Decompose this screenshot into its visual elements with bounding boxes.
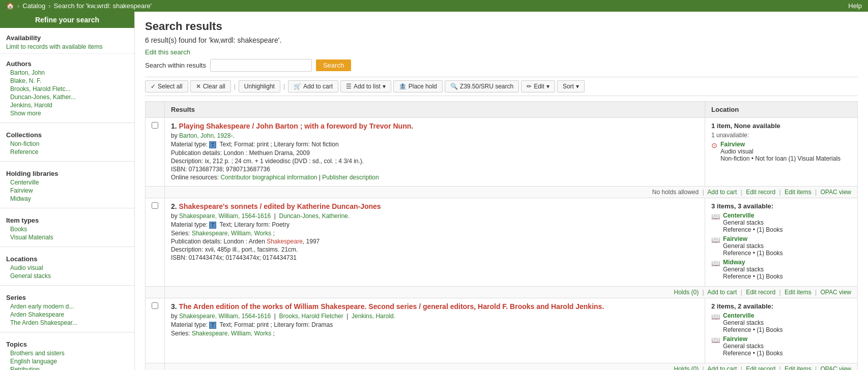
search-within-label: Search within results <box>145 61 206 69</box>
row-checkbox-3[interactable] <box>152 302 158 309</box>
series-the-arden[interactable]: The Arden Shakespear... <box>6 319 128 327</box>
col-location: Location <box>705 102 858 118</box>
search-within-input[interactable] <box>210 59 312 72</box>
series-link-3[interactable]: Shakespeare, William, Works <box>192 330 272 337</box>
author-link-3a[interactable]: Shakespeare, William, 1564-1616 <box>179 313 271 320</box>
result-title-link-3[interactable]: The Arden edition of the works of Willia… <box>179 302 604 311</box>
library-midway[interactable]: Midway <box>6 195 128 203</box>
location-name-1[interactable]: Fairview <box>720 141 841 148</box>
sort-caret: ▾ <box>576 83 579 90</box>
description-1: ix, 212 p. ; 24 cm. + 1 videodisc (DVD :… <box>205 158 364 165</box>
availability-link[interactable]: Limit to records with available items <box>6 43 102 50</box>
author-jenkins[interactable]: Jenkins, Harold <box>6 101 128 109</box>
topic-brothers-sisters[interactable]: Brothers and sisters <box>6 349 128 357</box>
action-sep: | <box>703 365 704 370</box>
location-name-2c[interactable]: Midway <box>723 259 783 266</box>
publisher-desc-link[interactable]: Publisher description <box>322 174 379 181</box>
edit-search-link[interactable]: Edit this search <box>145 48 858 56</box>
table-row: 2. Shakespeare's sonnets / edited by Kat… <box>146 198 858 286</box>
sort-button[interactable]: Sort ▾ <box>557 80 585 92</box>
edit-record-link-3[interactable]: Edit record <box>746 365 775 370</box>
material-type-label-2: Text <box>220 221 231 228</box>
author-link-2a[interactable]: Shakespeare, William, 1564-1616 <box>179 212 271 220</box>
topic-retribution[interactable]: Retribution <box>6 365 128 370</box>
author-barton[interactable]: Barton, John <box>6 69 128 77</box>
location-audiovisual[interactable]: Audio visual <box>6 264 128 272</box>
collection-reference[interactable]: Reference <box>6 148 128 156</box>
search-icon: 🔍 <box>450 83 458 90</box>
location-name-3b[interactable]: Fairview <box>723 335 783 343</box>
opac-view-link-1[interactable]: OPAC view <box>821 189 851 196</box>
library-centerville[interactable]: Centerville <box>6 178 128 187</box>
edit-items-link-2[interactable]: Edit items <box>785 289 812 296</box>
author-link-2b[interactable]: Duncan-Jones, Katherine. <box>279 212 350 220</box>
result-title-link-2[interactable]: Shakespeare's sonnets / edited by Kather… <box>179 202 381 210</box>
location-unavail-1: 1 unavailable: <box>711 132 851 139</box>
help-link[interactable]: Help <box>848 2 862 10</box>
pub-details-1: London : Methuen Drama, 2009 <box>223 149 309 157</box>
edit-items-link-3[interactable]: Edit items <box>785 365 812 370</box>
sidebar-topics-section: Topics Brothers and sisters English lang… <box>0 334 134 370</box>
author-duncanjones[interactable]: Duncan-Jones, Kather... <box>6 93 128 101</box>
edit-items-link-1[interactable]: Edit items <box>785 189 812 196</box>
authors-show-more[interactable]: Show more <box>6 109 128 117</box>
location-item-3a: 📖 Centerville General stacks Reference •… <box>711 312 851 333</box>
search-within-button[interactable]: Search <box>316 59 351 71</box>
result-count: 6 result(s) found for 'kw,wrdl: shakespe… <box>145 36 858 44</box>
author-brooks[interactable]: Brooks, Harold Fletc... <box>6 85 128 93</box>
edit-record-link-1[interactable]: Edit record <box>746 189 775 196</box>
author-blake[interactable]: Blake, N. F. <box>6 77 128 85</box>
edit-record-link-2[interactable]: Edit record <box>746 289 775 296</box>
add-to-cart-button[interactable]: 🛒 Add to cart <box>288 80 338 92</box>
holds-link-3[interactable]: Holds (0) <box>674 365 699 370</box>
location-generalstacks[interactable]: General stacks <box>6 272 128 280</box>
format-3: print <box>257 321 269 328</box>
series-link-2[interactable]: Shakespeare, William, Works <box>192 230 272 237</box>
series-title: Series <box>6 294 128 301</box>
place-hold-button[interactable]: 🏦 Place hold <box>393 80 443 92</box>
description-2: xvii, 485p ill., port., facsims. 21cm. <box>205 246 298 253</box>
series-arden-early[interactable]: Arden early modern d... <box>6 302 128 311</box>
itemtype-visual[interactable]: Visual Materials <box>6 233 128 241</box>
author-link-1[interactable]: Barton, John, 1928-. <box>179 132 235 139</box>
location-name-3a[interactable]: Centerville <box>723 312 783 319</box>
action-sep: | <box>703 189 704 196</box>
result-title-link-1[interactable]: Playing Shakespeare / John Barton ; with… <box>179 122 414 130</box>
author-link-3c[interactable]: Jenkins, Harold. <box>352 313 395 320</box>
row-checkbox-2[interactable] <box>152 202 158 209</box>
home-icon[interactable]: 🏠 <box>6 2 14 10</box>
z3950-button[interactable]: 🔍 Z39.50/SRU search <box>445 80 519 92</box>
opac-view-link-2[interactable]: OPAC view <box>821 289 851 296</box>
breadcrumb-catalog[interactable]: Catalog <box>22 2 45 10</box>
add-to-cart-link-2[interactable]: Add to cart <box>707 289 737 296</box>
sidebar-holding-libraries-section: Holding libraries Centerville Fairview M… <box>0 164 134 206</box>
result-online-1: Online resources: Contributor biographic… <box>171 174 699 181</box>
topic-english-language[interactable]: English language <box>6 357 128 365</box>
opac-view-link-3[interactable]: OPAC view <box>821 365 851 370</box>
location-name-2a[interactable]: Centerville <box>723 212 783 219</box>
add-to-cart-link-3[interactable]: Add to cart <box>707 365 737 370</box>
result-author-1: by Barton, John, 1928-. <box>171 132 699 139</box>
location-name-2b[interactable]: Fairview <box>723 235 783 242</box>
library-fairview[interactable]: Fairview <box>6 187 128 195</box>
series-arden-shakespeare[interactable]: Arden Shakespeare <box>6 311 128 319</box>
action-sep: | <box>779 189 781 196</box>
material-type-label-3: Text <box>220 321 231 328</box>
location-count-3: 2 items, 2 available: <box>711 302 851 310</box>
clear-all-button[interactable]: ✕ Clear all <box>190 80 231 92</box>
contributor-bio-link[interactable]: Contributor biographical information <box>220 174 317 181</box>
itemtype-books[interactable]: Books <box>6 225 128 233</box>
edit-button[interactable]: ✏ Edit ▾ <box>521 80 555 92</box>
add-to-cart-link-1[interactable]: Add to cart <box>707 189 737 196</box>
select-all-button[interactable]: ✓ Select all <box>145 80 188 92</box>
location-info-1: Non-fiction • Not for loan (1) Visual Ma… <box>720 155 841 162</box>
collection-nonfiction[interactable]: Non-fiction <box>6 140 128 148</box>
action-sep: | <box>741 365 742 370</box>
author-link-3b[interactable]: Brooks, Harold Fletcher <box>279 313 343 320</box>
holds-link-2[interactable]: Holds (0) <box>674 289 699 296</box>
row-checkbox-cell-3 <box>146 298 165 363</box>
location-item-1: ⊙ Fairview Audio visual Non-fiction • No… <box>711 141 851 162</box>
row-checkbox-1[interactable] <box>152 122 158 129</box>
unhighlight-button[interactable]: Unhighlight <box>239 80 280 92</box>
add-to-list-button[interactable]: ☰ Add to list ▾ <box>340 80 391 92</box>
